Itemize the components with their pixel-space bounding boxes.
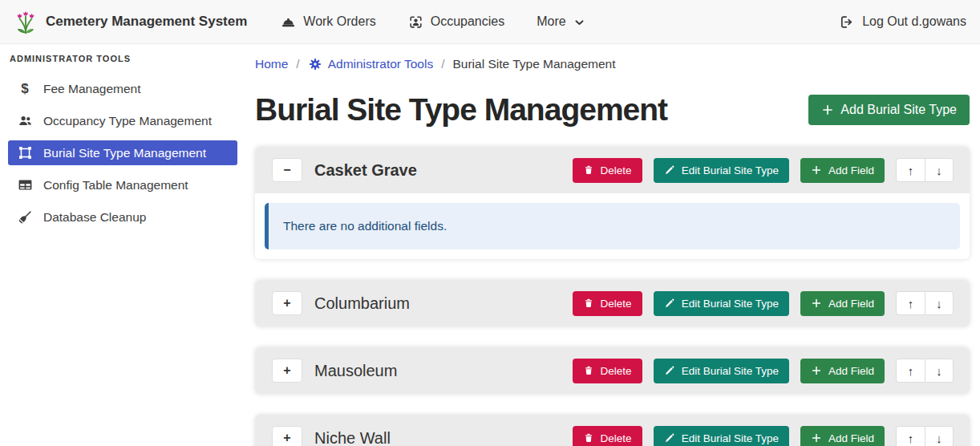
add-field-button[interactable]: Add Field <box>800 291 885 316</box>
expand-collapse-button[interactable]: − <box>272 158 302 182</box>
panel-actions: Delete Edit Burial Site Type Add Field ↑… <box>573 359 954 383</box>
top-navbar: Cemetery Management System Work Orders O… <box>0 0 980 44</box>
add-field-button[interactable]: Add Field <box>800 359 885 383</box>
panel-title: Mausoleum <box>314 362 573 380</box>
gear-icon <box>308 57 322 71</box>
breadcrumb-separator: / <box>441 57 444 71</box>
plus-icon <box>811 432 822 444</box>
move-up-button[interactable]: ↑ <box>896 158 925 182</box>
sidebar-item-burial-site-type-management[interactable]: Burial Site Type Management <box>8 140 237 165</box>
panel-columbarium: + Columbarium Delete Edit Burial Site Ty… <box>255 280 970 326</box>
logout-label: Log Out d.gowans <box>862 14 966 29</box>
logout-icon <box>839 14 854 30</box>
move-up-button[interactable]: ↑ <box>896 291 925 315</box>
panel-body: There are no additional fields. <box>255 193 970 259</box>
nav-item-label: More <box>537 14 565 29</box>
expand-collapse-button[interactable]: + <box>272 291 302 315</box>
breadcrumb-item-label: Administrator Tools <box>328 57 434 71</box>
panel-title: Casket Grave <box>314 161 573 180</box>
move-down-button[interactable]: ↓ <box>925 426 954 446</box>
pencil-icon <box>664 298 675 309</box>
table-icon <box>17 177 33 193</box>
breadcrumb-item-label: Home <box>255 57 288 71</box>
broom-icon <box>17 209 33 225</box>
move-down-button[interactable]: ↓ <box>925 158 954 182</box>
nav-item-occupancies[interactable]: Occupancies <box>408 14 505 30</box>
sidebar-item-label: Burial Site Type Management <box>43 146 206 160</box>
breadcrumb-item-administrator-tools[interactable]: Administrator Tools <box>308 57 434 71</box>
pencil-icon <box>664 365 675 376</box>
panel-header: + Columbarium Delete Edit Burial Site Ty… <box>255 280 970 326</box>
delete-button[interactable]: Delete <box>573 426 642 446</box>
sidebar-item-occupancy-type-management[interactable]: Occupancy Type Management <box>8 108 237 133</box>
sidebar-item-database-cleanup[interactable]: Database Cleanup <box>8 205 237 229</box>
page-title: Burial Site Type Management <box>255 92 667 128</box>
pencil-icon <box>664 164 675 176</box>
dollar-icon: $ <box>17 81 33 97</box>
panel-header: + Mausoleum Delete Edit Burial Site Type… <box>255 347 970 394</box>
move-up-button[interactable]: ↑ <box>896 426 925 446</box>
panel-header: − Casket Grave Delete Edit Burial Site T… <box>255 147 970 193</box>
add-field-button[interactable]: Add Field <box>800 158 885 183</box>
panel-actions: Delete Edit Burial Site Type Add Field ↑… <box>573 158 954 183</box>
sidebar-item-config-table-management[interactable]: Config Table Management <box>8 172 237 197</box>
no-fields-message: There are no additional fields. <box>283 219 447 233</box>
users-icon <box>17 113 33 129</box>
breadcrumb-separator: / <box>296 57 299 71</box>
move-down-button[interactable]: ↓ <box>925 291 954 315</box>
nav-item-label: Work Orders <box>303 14 375 29</box>
logout-button[interactable]: Log Out d.gowans <box>839 14 966 30</box>
burial-site-type-list: − Casket Grave Delete Edit Burial Site T… <box>255 147 970 446</box>
breadcrumb-item-label: Burial Site Type Management <box>453 57 616 71</box>
expand-collapse-button[interactable]: + <box>272 426 302 446</box>
add-burial-site-type-button[interactable]: Add Burial Site Type <box>808 95 970 125</box>
nav-item-work-orders[interactable]: Work Orders <box>281 14 375 30</box>
breadcrumb-item-home[interactable]: Home <box>255 57 288 71</box>
panel-casket-grave: − Casket Grave Delete Edit Burial Site T… <box>255 147 970 259</box>
vector-square-icon <box>17 145 33 161</box>
delete-button[interactable]: Delete <box>573 359 642 383</box>
add-field-button[interactable]: Add Field <box>800 426 885 446</box>
sidebar-item-label: Database Cleanup <box>43 210 146 225</box>
sidebar-item-label: Config Table Management <box>43 178 188 193</box>
trash-icon <box>583 432 594 444</box>
sidebar: Administrator Tools $ Fee Management Occ… <box>0 44 241 446</box>
reorder-button-group: ↑ ↓ <box>896 359 954 383</box>
add-burial-site-type-label: Add Burial Site Type <box>840 103 957 117</box>
edit-burial-site-type-button[interactable]: Edit Burial Site Type <box>654 158 789 183</box>
delete-button[interactable]: Delete <box>573 158 642 183</box>
sidebar-item-label: Occupancy Type Management <box>43 114 212 128</box>
sidebar-item-label: Fee Management <box>43 82 141 96</box>
edit-burial-site-type-button[interactable]: Edit Burial Site Type <box>654 359 789 383</box>
nav-item-more[interactable]: More <box>537 14 585 29</box>
panel-mausoleum: + Mausoleum Delete Edit Burial Site Type… <box>255 347 970 394</box>
app-brand[interactable]: Cemetery Management System <box>14 9 247 34</box>
sidebar-item-fee-management[interactable]: $ Fee Management <box>8 76 237 101</box>
plus-icon <box>811 298 822 309</box>
plus-icon <box>811 365 822 376</box>
main-content: Home/Administrator Tools/Burial Site Typ… <box>241 44 980 446</box>
main-nav: Work Orders Occupancies More <box>281 14 585 30</box>
move-up-button[interactable]: ↑ <box>896 359 925 383</box>
reorder-button-group: ↑ ↓ <box>896 158 954 182</box>
app-title: Cemetery Management System <box>46 14 247 30</box>
pencil-icon <box>664 432 675 444</box>
edit-burial-site-type-button[interactable]: Edit Burial Site Type <box>654 291 789 316</box>
reorder-button-group: ↑ ↓ <box>896 291 954 315</box>
panel-actions: Delete Edit Burial Site Type Add Field ↑… <box>573 291 954 316</box>
tulips-logo-icon <box>14 9 38 34</box>
trash-icon <box>583 298 594 309</box>
expand-collapse-button[interactable]: + <box>272 359 302 383</box>
move-down-button[interactable]: ↓ <box>925 359 954 383</box>
trash-icon <box>583 365 594 376</box>
panel-header: + Niche Wall Delete Edit Burial Site Typ… <box>255 415 970 446</box>
plus-icon <box>821 103 834 116</box>
panel-niche-wall: + Niche Wall Delete Edit Burial Site Typ… <box>255 415 970 446</box>
edit-burial-site-type-button[interactable]: Edit Burial Site Type <box>654 426 789 446</box>
breadcrumb: Home/Administrator Tools/Burial Site Typ… <box>255 57 970 71</box>
hardhat-icon <box>281 14 296 30</box>
panel-actions: Delete Edit Burial Site Type Add Field ↑… <box>573 426 954 446</box>
delete-button[interactable]: Delete <box>573 291 642 316</box>
nav-item-label: Occupancies <box>431 14 505 29</box>
trash-icon <box>583 164 594 176</box>
